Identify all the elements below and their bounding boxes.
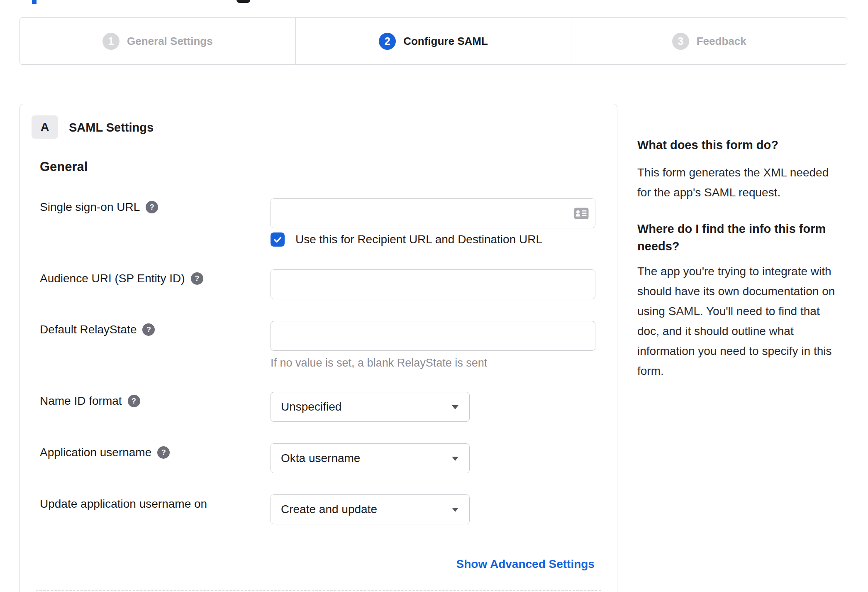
saml-settings-panel: A SAML Settings General Single sign-on U… xyxy=(20,104,617,592)
sso-url-input[interactable] xyxy=(271,198,595,228)
chevron-down-icon xyxy=(452,508,458,512)
nameid-format-label: Name ID format ? xyxy=(40,394,140,409)
step-number-badge: 1 xyxy=(102,33,119,50)
step-number-badge: 2 xyxy=(379,33,396,50)
chevron-down-icon xyxy=(452,457,458,461)
help-icon[interactable]: ? xyxy=(157,446,170,459)
recipient-url-checkbox-label: Use this for Recipient URL and Destinati… xyxy=(295,233,542,246)
app-username-select[interactable]: Okta username xyxy=(271,443,470,473)
update-username-label-text: Update application username on xyxy=(40,497,207,511)
step-label: Configure SAML xyxy=(403,35,488,48)
relaystate-input[interactable] xyxy=(271,321,595,351)
help-icon[interactable]: ? xyxy=(146,201,158,213)
panel-title: SAML Settings xyxy=(69,121,154,135)
nameid-format-value: Unspecified xyxy=(281,400,341,413)
help-icon[interactable]: ? xyxy=(128,395,140,407)
sso-url-label-text: Single sign-on URL xyxy=(40,201,140,214)
help-icon[interactable]: ? xyxy=(191,272,203,285)
recipient-url-checkbox[interactable] xyxy=(271,232,285,247)
sidebar-heading-what: What does this form do? xyxy=(637,136,778,154)
app-username-value: Okta username xyxy=(281,452,360,465)
step-number-badge: 3 xyxy=(672,33,689,50)
app-username-label: Application username ? xyxy=(40,445,170,460)
chevron-down-icon xyxy=(452,405,458,409)
cutoff-dark-fragment xyxy=(237,0,250,3)
sidebar-heading-where: Where do I find the info this form needs… xyxy=(637,220,826,255)
wizard-stepper: 1 General Settings 2 Configure SAML 3 Fe… xyxy=(20,17,847,65)
sidebar-paragraph-where: The app you're trying to integrate with … xyxy=(637,262,835,381)
update-username-select[interactable]: Create and update xyxy=(271,494,470,524)
relaystate-label: Default RelayState ? xyxy=(40,322,155,337)
section-a-badge: A xyxy=(32,115,58,139)
help-icon[interactable]: ? xyxy=(142,323,155,336)
general-section-heading: General xyxy=(40,159,88,174)
sidebar-paragraph-what: This form generates the XML needed for t… xyxy=(637,163,829,203)
step-label: General Settings xyxy=(127,35,213,48)
audience-uri-label-text: Audience URI (SP Entity ID) xyxy=(40,272,185,285)
update-username-label: Update application username on xyxy=(40,497,207,511)
nameid-format-label-text: Name ID format xyxy=(40,394,122,408)
audience-uri-label: Audience URI (SP Entity ID) ? xyxy=(40,271,203,286)
step-general-settings[interactable]: 1 General Settings xyxy=(20,18,295,64)
cutoff-blue-fragment xyxy=(32,0,37,4)
step-configure-saml[interactable]: 2 Configure SAML xyxy=(295,18,571,64)
sso-url-input-wrap xyxy=(271,198,595,228)
step-feedback[interactable]: 3 Feedback xyxy=(571,18,847,64)
advanced-settings-divider xyxy=(36,590,601,591)
relaystate-label-text: Default RelayState xyxy=(40,323,137,336)
app-username-label-text: Application username xyxy=(40,446,151,459)
recipient-url-checkbox-row: Use this for Recipient URL and Destinati… xyxy=(271,232,542,247)
checkmark-icon xyxy=(273,235,283,245)
nameid-format-select[interactable]: Unspecified xyxy=(271,392,470,422)
relaystate-helper-text: If no value is set, a blank RelayState i… xyxy=(271,357,487,369)
audience-uri-input[interactable] xyxy=(271,269,595,299)
step-label: Feedback xyxy=(697,35,746,48)
sso-url-label: Single sign-on URL ? xyxy=(40,200,158,215)
update-username-value: Create and update xyxy=(281,503,377,516)
show-advanced-settings-link[interactable]: Show Advanced Settings xyxy=(456,558,595,571)
